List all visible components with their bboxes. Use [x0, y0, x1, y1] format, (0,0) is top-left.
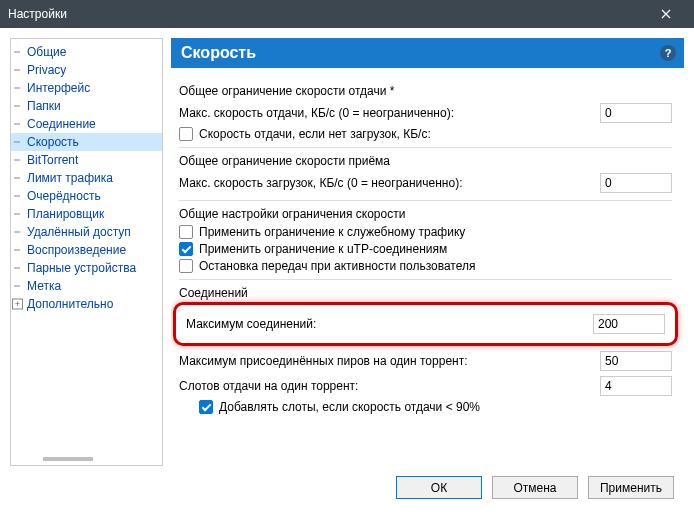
- pause-checkbox[interactable]: [179, 259, 193, 273]
- separator: [179, 200, 672, 201]
- section-title: Скорость ?: [171, 38, 684, 68]
- upload-alt-label: Скорость отдачи, если нет загрузок, КБ/с…: [199, 127, 431, 141]
- nav-item-label[interactable]: Метка: [11, 277, 162, 295]
- download-rate-input[interactable]: [600, 173, 672, 193]
- nav-item-connection[interactable]: Соединение: [11, 115, 162, 133]
- conn-heading: Соединений: [179, 286, 672, 300]
- separator: [179, 147, 672, 148]
- nav-sidebar[interactable]: Общие Privacy Интерфейс Папки Соединение…: [10, 38, 163, 466]
- nav-item-scheduler[interactable]: Планировщик: [11, 205, 162, 223]
- dialog-buttons: ОК Отмена Применить: [0, 466, 694, 511]
- upload-heading: Общее ограничение скорости отдачи *: [179, 84, 672, 98]
- nav-item-paired-devices[interactable]: Парные устройства: [11, 259, 162, 277]
- overhead-label: Применить ограничение к служебному трафи…: [199, 225, 465, 239]
- max-peers-label: Максимум присоединённых пиров на один то…: [179, 354, 600, 368]
- nav-item-general[interactable]: Общие: [11, 43, 162, 61]
- nav-item-speed[interactable]: Скорость: [11, 133, 162, 151]
- ratesec-heading: Общие настройки ограничения скорости: [179, 207, 672, 221]
- download-rate-label: Макс. скорость загрузок, КБ/с (0 = неогр…: [179, 176, 600, 190]
- separator: [179, 279, 672, 280]
- titlebar: Настройки: [0, 0, 694, 28]
- addslots-label: Добавлять слоты, если скорость отдачи < …: [219, 400, 480, 414]
- ok-button[interactable]: ОК: [396, 476, 482, 499]
- nav-item-queue[interactable]: Очерёдность: [11, 187, 162, 205]
- upload-rate-input[interactable]: [600, 103, 672, 123]
- overhead-checkbox[interactable]: [179, 225, 193, 239]
- nav-item-bittorrent[interactable]: BitTorrent: [11, 151, 162, 169]
- nav-item-folders[interactable]: Папки: [11, 97, 162, 115]
- nav-item-remote[interactable]: Удалённый доступ: [11, 223, 162, 241]
- max-conn-label: Максимум соединений:: [186, 317, 593, 331]
- pause-label: Остановка передач при активности пользов…: [199, 259, 476, 273]
- addslots-checkbox[interactable]: [199, 400, 213, 414]
- close-button[interactable]: [646, 0, 686, 28]
- nav-item-advanced[interactable]: Дополнительно: [11, 295, 162, 313]
- slots-input[interactable]: [600, 376, 672, 396]
- utp-label: Применить ограничение к uTP-соединениям: [199, 242, 447, 256]
- nav-item-traffic-limit[interactable]: Лимит трафика: [11, 169, 162, 187]
- nav-item-playback[interactable]: Воспроизведение: [11, 241, 162, 259]
- upload-rate-label: Макс. скорость отдачи, КБ/с (0 = неогран…: [179, 106, 600, 120]
- highlighted-row: Максимум соединений:: [173, 302, 678, 346]
- content-panel: Скорость ? Общее ограничение скорости от…: [171, 38, 684, 466]
- utp-checkbox[interactable]: [179, 242, 193, 256]
- section-title-text: Скорость: [181, 44, 256, 61]
- nav-item-privacy[interactable]: Privacy: [11, 61, 162, 79]
- close-icon: [661, 9, 671, 19]
- cancel-button[interactable]: Отмена: [492, 476, 578, 499]
- max-conn-input[interactable]: [593, 314, 665, 334]
- apply-button[interactable]: Применить: [588, 476, 674, 499]
- max-peers-input[interactable]: [600, 351, 672, 371]
- slots-label: Слотов отдачи на один торрент:: [179, 379, 600, 393]
- download-heading: Общее ограничение скорости приёма: [179, 154, 672, 168]
- sidebar-scrollbar[interactable]: [43, 457, 93, 461]
- help-icon[interactable]: ?: [660, 45, 676, 61]
- window-title: Настройки: [8, 7, 646, 21]
- nav-item-interface[interactable]: Интерфейс: [11, 79, 162, 97]
- upload-alt-checkbox[interactable]: [179, 127, 193, 141]
